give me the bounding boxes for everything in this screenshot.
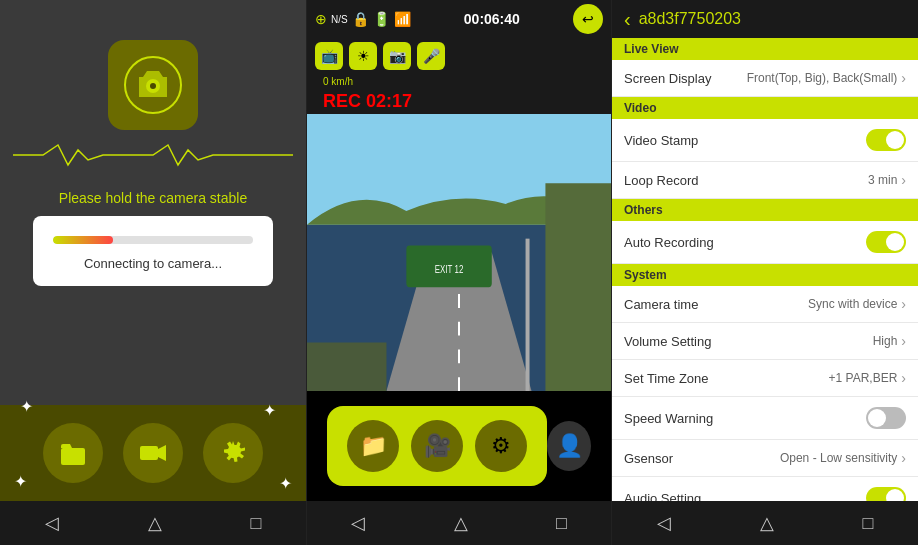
settings-icon-button[interactable] (203, 423, 263, 483)
sparkle-icon-4: ✦ (279, 474, 292, 493)
loop-record-row[interactable]: Loop Record 3 min › (612, 162, 918, 199)
brightness-icon-btn[interactable]: ☀ (349, 42, 377, 70)
svg-rect-10 (545, 183, 611, 391)
screen-icon-btn[interactable]: 📺 (315, 42, 343, 70)
camera-time-label: Camera time (624, 297, 698, 312)
audio-setting-toggle[interactable] (866, 487, 906, 501)
video-stamp-row[interactable]: Video Stamp (612, 119, 918, 162)
panel2-bottom: 📁 🎥 ⚙ 👤 (307, 391, 611, 501)
gsensor-value: Open - Low sensitivity › (780, 450, 906, 466)
svg-rect-4 (140, 446, 158, 460)
nav-home-2[interactable]: △ (454, 512, 468, 534)
svg-rect-9 (526, 239, 530, 391)
road-scene-svg: EXIT 12 (307, 114, 611, 391)
loop-chevron-icon: › (901, 172, 906, 188)
nav-home-1[interactable]: △ (148, 512, 162, 534)
auto-recording-row[interactable]: Auto Recording (612, 221, 918, 264)
panel-settings: ‹ a8d3f7750203 Live View Screen Display … (612, 0, 918, 545)
chevron-icon: › (901, 70, 906, 86)
device-id-label: a8d3f7750203 (639, 10, 741, 28)
nav-bar-2: ◁ △ □ (307, 501, 611, 545)
camera-time-value: Sync with device › (808, 296, 906, 312)
signal-icon: 📶 (394, 11, 411, 27)
nav-back-3[interactable]: ◁ (657, 512, 671, 534)
loop-record-label: Loop Record (624, 173, 698, 188)
camera-time-row[interactable]: Camera time Sync with device › (612, 286, 918, 323)
header-left: ⊕ N/S 🔒 🔋 📶 (315, 11, 411, 27)
camera-icon-wrapper (108, 40, 198, 130)
nav-bar-1: ◁ △ □ (0, 501, 306, 545)
panel2-files-btn[interactable]: 📁 (347, 420, 399, 472)
svg-marker-5 (158, 445, 166, 461)
speed-rec-row: 0 km/h REC 02:17 (307, 74, 611, 114)
volume-setting-value: High › (873, 333, 906, 349)
connecting-text: Connecting to camera... (53, 256, 253, 271)
screen-display-label: Screen Display (624, 71, 711, 86)
section-system: System (612, 264, 918, 286)
nav-recent-2[interactable]: □ (556, 513, 567, 534)
nav-recent-3[interactable]: □ (863, 513, 874, 534)
panel-connecting: Please hold the camera stable Connecting… (0, 0, 306, 545)
panel-recording: ⊕ N/S 🔒 🔋 📶 00:06:40 ↩ 📺 ☀ 📷 🎤 0 km/h RE… (306, 0, 612, 545)
camera-time-chevron: › (901, 296, 906, 312)
panel2-video-btn[interactable]: 🎥 (411, 420, 463, 472)
nav-recent-1[interactable]: □ (251, 513, 262, 534)
section-video: Video (612, 97, 918, 119)
speed-warning-toggle[interactable] (866, 407, 906, 429)
section-live-view: Live View (612, 38, 918, 60)
sparkle-icon-2: ✦ (263, 401, 276, 420)
audio-setting-row[interactable]: Audio Setting (612, 477, 918, 501)
nav-back-2[interactable]: ◁ (351, 512, 365, 534)
location-btn[interactable]: 👤 (547, 421, 591, 471)
camera-feed: EXIT 12 (307, 114, 611, 391)
time-display: 00:06:40 (464, 11, 520, 27)
rec-display: REC 02:17 (315, 89, 603, 114)
sparkle-icon-3: ✦ (14, 472, 27, 491)
gsensor-row[interactable]: Gsensor Open - Low sensitivity › (612, 440, 918, 477)
camera-flip-icon-btn[interactable]: 📷 (383, 42, 411, 70)
timezone-chevron: › (901, 370, 906, 386)
settings-back-arrow[interactable]: ‹ (624, 8, 631, 31)
green-buttons-panel: 📁 🎥 ⚙ (327, 406, 547, 486)
nav-home-3[interactable]: △ (760, 512, 774, 534)
gps-text: N/S (331, 14, 348, 25)
nav-back-1[interactable]: ◁ (45, 512, 59, 534)
progress-bar-bg (53, 236, 253, 244)
gear-icon (218, 438, 248, 468)
gps-icon: ⊕ (315, 11, 327, 27)
video-icon-button[interactable] (123, 423, 183, 483)
screen-display-value: Front(Top, Big), Back(Small) › (747, 70, 906, 86)
recording-header: ⊕ N/S 🔒 🔋 📶 00:06:40 ↩ (307, 0, 611, 38)
volume-setting-row[interactable]: Volume Setting High › (612, 323, 918, 360)
control-icons-row: 📺 ☀ 📷 🎤 (307, 38, 611, 74)
gsensor-label: Gsensor (624, 451, 673, 466)
back-button[interactable]: ↩ (573, 4, 603, 34)
bottom-icons-bar: ✦ ✦ ✦ ✦ (0, 405, 306, 501)
auto-recording-toggle[interactable] (866, 231, 906, 253)
video-stamp-toggle[interactable] (866, 129, 906, 151)
set-time-zone-row[interactable]: Set Time Zone +1 PAR,BER › (612, 360, 918, 397)
video-camera-icon (138, 438, 168, 468)
battery-icon: 🔋 (373, 11, 390, 27)
mic-icon-btn[interactable]: 🎤 (417, 42, 445, 70)
speed-warning-row[interactable]: Speed Warning (612, 397, 918, 440)
nav-bar-3: ◁ △ □ (612, 501, 918, 545)
folder-icon (58, 438, 88, 468)
progress-bar-fill (53, 236, 113, 244)
screen-display-row[interactable]: Screen Display Front(Top, Big), Back(Sma… (612, 60, 918, 97)
speed-display: 0 km/h (315, 74, 603, 89)
files-icon-button[interactable] (43, 423, 103, 483)
svg-point-2 (150, 83, 156, 89)
set-time-zone-label: Set Time Zone (624, 371, 709, 386)
camera-icon (123, 55, 183, 115)
settings-list: Live View Screen Display Front(Top, Big)… (612, 38, 918, 501)
panel1-content: Please hold the camera stable Connecting… (0, 20, 306, 405)
loop-record-value: 3 min › (868, 172, 906, 188)
panel2-settings-btn[interactable]: ⚙ (475, 420, 527, 472)
section-others: Others (612, 199, 918, 221)
volume-chevron: › (901, 333, 906, 349)
speed-warning-label: Speed Warning (624, 411, 713, 426)
svg-rect-3 (61, 448, 85, 465)
connect-message: Please hold the camera stable (59, 190, 247, 206)
svg-rect-13 (307, 343, 386, 391)
